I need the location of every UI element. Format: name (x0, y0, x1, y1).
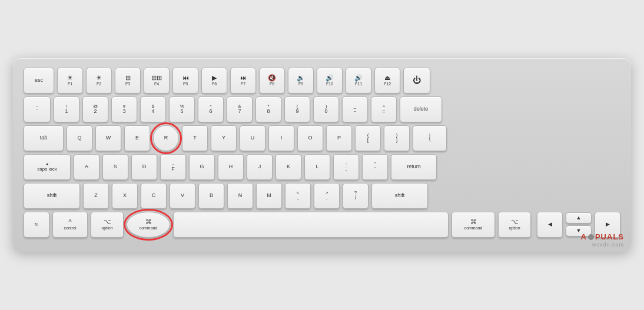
key-delete[interactable]: delete (400, 96, 442, 122)
key-f4[interactable]: ⊞⊞ F4 (144, 68, 170, 94)
key-power[interactable]: ⏻ (403, 68, 430, 94)
key-f9[interactable]: 🔉 F9 (288, 68, 314, 94)
key-e[interactable]: E (124, 125, 150, 151)
watermark-text: A (581, 232, 587, 241)
key-backtick[interactable]: ~ ` (24, 96, 51, 122)
qwerty-row: tab Q W E R T Y U I O P (24, 125, 620, 151)
key-shift-right[interactable]: shift (371, 183, 428, 209)
key-semicolon[interactable]: : ; (333, 154, 359, 180)
key-s[interactable]: S (102, 154, 128, 180)
key-n[interactable]: N (227, 183, 253, 209)
key-v[interactable]: V (170, 183, 195, 209)
watermark-icon (587, 234, 595, 242)
key-f2[interactable]: ☀ F2 (86, 68, 112, 94)
key-equals[interactable]: + = (371, 96, 397, 122)
key-3[interactable]: # 3 (111, 96, 137, 122)
key-f1[interactable]: ☀ F1 (57, 68, 83, 94)
key-k[interactable]: K (275, 154, 301, 180)
key-f3[interactable]: ⊞ F3 (115, 68, 141, 94)
key-option-left[interactable]: ⌥ option (91, 212, 124, 238)
key-o[interactable]: O (297, 125, 323, 151)
key-u[interactable]: U (240, 125, 265, 151)
key-a[interactable]: A (74, 154, 99, 180)
watermark-text2: PUALS (595, 232, 624, 241)
key-5[interactable]: % 5 (169, 96, 195, 122)
key-return[interactable]: return (391, 154, 437, 180)
key-4[interactable]: $ 4 (140, 96, 166, 122)
key-r[interactable]: R (153, 125, 179, 151)
key-0[interactable]: ) 0 (313, 96, 339, 122)
key-esc[interactable]: esc (24, 68, 54, 94)
key-f[interactable]: _ F (160, 154, 186, 180)
key-capslock[interactable]: ● caps lock (24, 154, 71, 180)
key-x[interactable]: X (112, 183, 138, 209)
key-f7[interactable]: ⏭ F7 (230, 68, 256, 94)
key-comma[interactable]: < , (285, 183, 311, 209)
key-d[interactable]: D (131, 154, 157, 180)
key-g[interactable]: G (189, 154, 215, 180)
key-f6[interactable]: ▶ F6 (201, 68, 227, 94)
key-backslash[interactable]: | \ (413, 125, 447, 151)
key-period[interactable]: > . (314, 183, 340, 209)
key-j[interactable]: J (247, 154, 273, 180)
watermark-domain: wsxdn.com (581, 242, 624, 248)
svg-point-0 (588, 234, 594, 240)
key-m[interactable]: M (256, 183, 282, 209)
key-c[interactable]: C (141, 183, 167, 209)
key-q[interactable]: Q (67, 125, 92, 151)
key-8[interactable]: * 8 (255, 96, 281, 122)
key-bracket-right[interactable]: } ] (384, 125, 410, 151)
key-y[interactable]: Y (211, 125, 237, 151)
number-key-row: ~ ` ! 1 @ 2 # 3 $ 4 % 5 ^ 6 & 7 (24, 96, 620, 122)
key-1[interactable]: ! 1 (54, 96, 79, 122)
keyboard: esc ☀ F1 ☀ F2 ⊞ F3 ⊞⊞ F4 ⏮ F5 ▶ F6 ⏭ F7 (13, 58, 631, 252)
watermark: APUALS wsxdn.com (581, 232, 624, 248)
key-p[interactable]: P (326, 125, 352, 151)
key-f12[interactable]: ⏏ F12 (374, 68, 400, 94)
key-t[interactable]: T (182, 125, 208, 151)
key-slash[interactable]: ? / (343, 183, 369, 209)
key-fn[interactable]: fn (24, 212, 49, 238)
key-9[interactable]: ( 9 (284, 96, 310, 122)
function-key-row: esc ☀ F1 ☀ F2 ⊞ F3 ⊞⊞ F4 ⏮ F5 ▶ F6 ⏭ F7 (24, 68, 620, 94)
key-f5[interactable]: ⏮ F5 (172, 68, 198, 94)
key-f10[interactable]: 🔊 F10 (317, 68, 343, 94)
key-bracket-left[interactable]: { [ (355, 125, 381, 151)
key-quote[interactable]: " ' (362, 154, 388, 180)
key-option-right[interactable]: ⌥ option (498, 212, 531, 238)
key-z[interactable]: Z (83, 183, 109, 209)
key-i[interactable]: I (268, 125, 294, 151)
key-l[interactable]: L (304, 154, 330, 180)
key-shift-left[interactable]: shift (24, 183, 80, 209)
key-arrow-up[interactable]: ▲ (566, 212, 592, 224)
bottom-key-row: fn ^ control ⌥ option ⌘ command ⌘ comman… (24, 212, 620, 238)
asdf-row: ● caps lock A S D _ F G H J K L (24, 154, 620, 180)
key-command-left[interactable]: ⌘ command (127, 212, 170, 238)
key-7[interactable]: & 7 (227, 96, 253, 122)
key-arrow-left[interactable]: ◀ (537, 212, 563, 238)
key-space[interactable] (173, 212, 449, 238)
key-2[interactable]: @ 2 (82, 96, 108, 122)
zxcv-row: shift Z X C V B N M < , > . (24, 183, 620, 209)
key-h[interactable]: H (218, 154, 244, 180)
key-control[interactable]: ^ control (52, 212, 88, 238)
key-w[interactable]: W (95, 125, 121, 151)
key-tab[interactable]: tab (24, 125, 64, 151)
key-minus[interactable]: _ - (342, 96, 368, 122)
key-b[interactable]: B (198, 183, 224, 209)
key-6[interactable]: ^ 6 (198, 96, 224, 122)
key-f8[interactable]: 🔇 F8 (259, 68, 285, 94)
key-command-right[interactable]: ⌘ command (452, 212, 495, 238)
key-f11[interactable]: 🔊 F11 (346, 68, 371, 94)
